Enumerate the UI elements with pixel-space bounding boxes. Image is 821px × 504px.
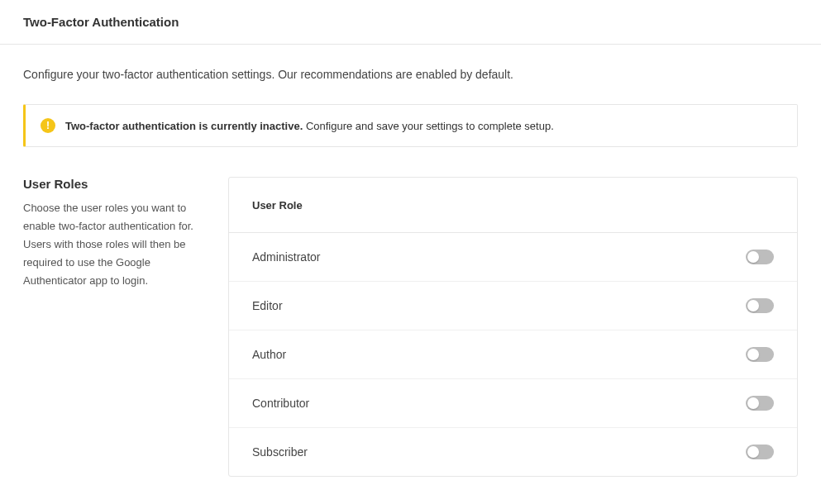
toggle-knob-icon <box>747 251 759 263</box>
role-label: Administrator <box>252 250 320 264</box>
role-row-contributor: Contributor <box>229 379 797 428</box>
role-label: Subscriber <box>252 445 308 459</box>
toggle-knob-icon <box>747 397 759 409</box>
section-main: User Role Administrator Editor Author <box>228 177 798 477</box>
notice-text: Two-factor authentication is currently i… <box>65 120 554 132</box>
role-toggle-subscriber[interactable] <box>746 445 774 459</box>
warning-icon: ! <box>41 118 55 133</box>
role-toggle-author[interactable] <box>746 347 774 362</box>
section-sidebar: User Roles Choose the user roles you wan… <box>23 177 205 290</box>
role-label: Editor <box>252 299 283 312</box>
section-description: Choose the user roles you want to enable… <box>23 199 205 290</box>
roles-header-label: User Role <box>252 199 303 212</box>
page-content: Configure your two-factor authentication… <box>0 45 821 477</box>
page-title: Two-Factor Authentication <box>23 15 798 29</box>
roles-table-header: User Role <box>229 178 797 233</box>
inactive-notice: ! Two-factor authentication is currently… <box>23 104 798 147</box>
role-toggle-administrator[interactable] <box>746 250 774 264</box>
role-row-subscriber: Subscriber <box>229 428 797 476</box>
user-roles-section: User Roles Choose the user roles you wan… <box>23 177 798 477</box>
role-toggle-contributor[interactable] <box>746 396 774 411</box>
toggle-knob-icon <box>747 349 759 360</box>
notice-strong: Two-factor authentication is currently i… <box>65 120 303 132</box>
intro-text: Configure your two-factor authentication… <box>23 68 798 81</box>
role-label: Author <box>252 348 286 361</box>
toggle-knob-icon <box>747 446 759 458</box>
role-row-editor: Editor <box>229 282 797 330</box>
role-toggle-editor[interactable] <box>746 298 774 313</box>
role-row-author: Author <box>229 330 797 379</box>
toggle-knob-icon <box>747 300 759 311</box>
page-header: Two-Factor Authentication <box>0 0 821 45</box>
role-row-administrator: Administrator <box>229 233 797 282</box>
notice-rest: Configure and save your settings to comp… <box>303 120 554 132</box>
section-title: User Roles <box>23 177 205 191</box>
roles-card: User Role Administrator Editor Author <box>228 177 798 477</box>
role-label: Contributor <box>252 397 309 410</box>
